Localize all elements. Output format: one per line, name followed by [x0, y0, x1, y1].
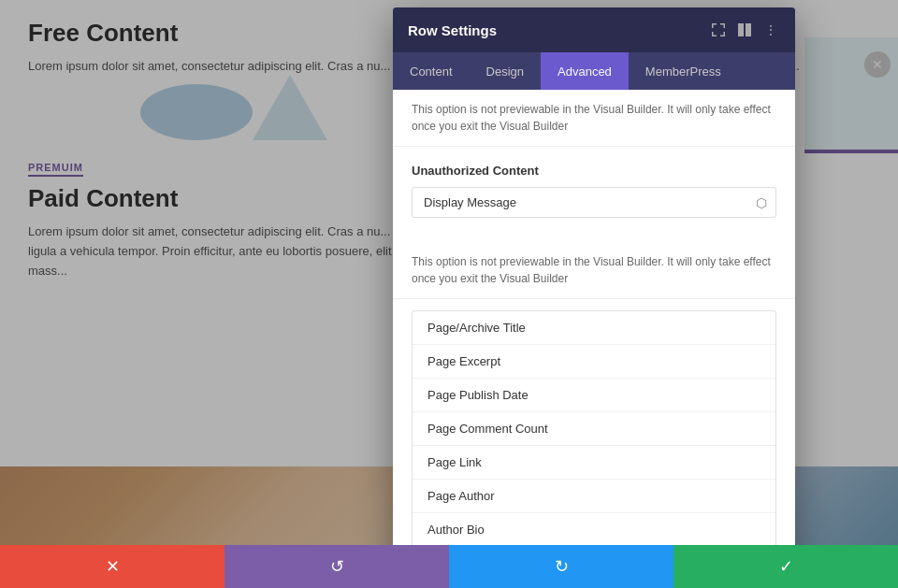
dropdown-item-author-bio[interactable]: Author Bio: [413, 513, 775, 547]
modal-tabs: Content Design Advanced MemberPress: [393, 52, 795, 90]
unauthorized-label: Unauthorized Content: [412, 164, 776, 178]
spacer: [393, 299, 795, 310]
tab-advanced[interactable]: Advanced: [541, 52, 629, 90]
display-message-select[interactable]: Display Message Redirect Hide: [412, 187, 776, 218]
save-button[interactable]: ✓: [674, 545, 898, 588]
modal-toolbar: ✕ ↺ ↻ ✓: [0, 545, 898, 588]
display-message-select-wrapper: Display Message Redirect Hide ⬡: [412, 187, 776, 218]
dropdown-item-page-excerpt[interactable]: Page Excerpt: [413, 345, 775, 379]
more-icon[interactable]: ⋮: [761, 21, 780, 39]
cancel-button[interactable]: ✕: [0, 545, 224, 588]
dropdown-item-page-publish-date[interactable]: Page Publish Date: [413, 379, 775, 412]
dropdown-item-page-comment-count[interactable]: Page Comment Count: [413, 412, 775, 446]
row-settings-modal: Row Settings ⋮ Content Design Adva: [393, 7, 795, 585]
dropdown-item-page-archive-title[interactable]: Page/Archive Title: [413, 311, 775, 345]
modal-header: Row Settings ⋮: [393, 7, 795, 52]
modal-title: Row Settings: [408, 22, 497, 38]
undo-button[interactable]: ↺: [224, 545, 449, 588]
dropdown-list: Page/Archive Title Page Excerpt Page Pub…: [412, 310, 776, 585]
tab-design[interactable]: Design: [470, 52, 541, 90]
save-icon: ✓: [779, 556, 793, 577]
undo-icon: ↺: [330, 556, 344, 577]
dropdown-item-page-link[interactable]: Page Link: [413, 446, 775, 480]
unauthorized-section: Unauthorized Content Display Message Red…: [393, 147, 795, 242]
info-text-top: This option is not previewable in the Vi…: [393, 90, 795, 147]
cancel-icon: ✕: [106, 556, 120, 577]
modal-body: This option is not previewable in the Vi…: [393, 90, 795, 585]
fullscreen-icon[interactable]: [709, 21, 728, 39]
svg-rect-1: [746, 23, 751, 36]
dropdown-item-page-author[interactable]: Page Author: [413, 480, 775, 513]
tab-content[interactable]: Content: [393, 52, 470, 90]
redo-button[interactable]: ↻: [449, 545, 674, 588]
columns-icon[interactable]: [735, 21, 754, 39]
tab-memberpress[interactable]: MemberPress: [629, 52, 738, 90]
redo-icon: ↻: [555, 556, 569, 577]
info-text-middle: This option is not previewable in the Vi…: [393, 242, 795, 299]
svg-rect-0: [738, 23, 744, 36]
modal-header-icons: ⋮: [709, 21, 780, 39]
